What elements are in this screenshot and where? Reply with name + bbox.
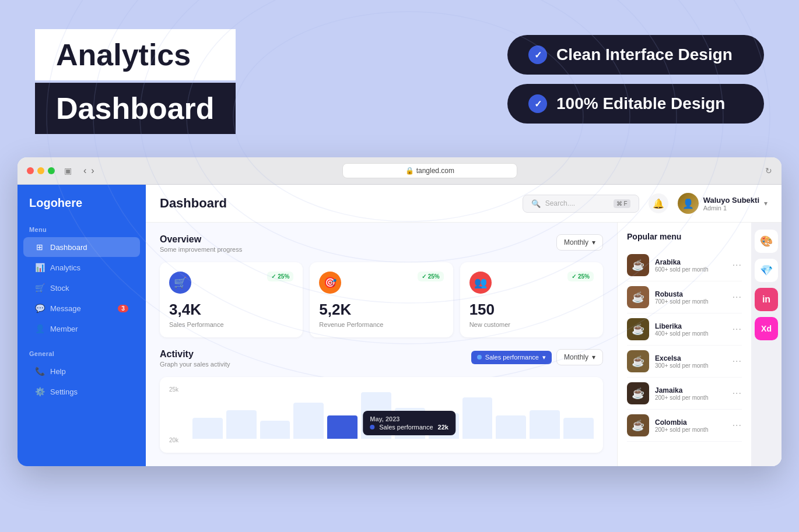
stat-card-revenue: 🎯 ✓ 25% 5,2K Revenue Performance <box>310 262 453 337</box>
menu-more-button[interactable]: ··· <box>733 260 742 270</box>
check-icon: ✓ <box>422 273 426 280</box>
sidebar-item-help[interactable]: 📞 Help <box>23 361 140 381</box>
menu-item-jamaika: ☕ Jamaika 200+ sold per month ··· <box>627 378 742 410</box>
revenue-icon: 🎯 <box>319 272 341 294</box>
menu-more-button[interactable]: ··· <box>733 388 742 399</box>
menu-thumb-excelsa: ☕ <box>627 350 649 372</box>
badge-editable: ✓ 100% Editable Design <box>507 84 764 124</box>
menu-more-button[interactable]: ··· <box>733 292 742 302</box>
browser-nav: ‹ › <box>83 165 94 176</box>
chart-bar-9 <box>496 415 526 439</box>
sales-value: 3,4K <box>169 301 293 319</box>
sales-performance-filter[interactable]: Sales performance ▾ <box>471 351 552 364</box>
badge-editable-label: 100% Editable Design <box>556 94 725 113</box>
sidebar-item-dashboard[interactable]: ⊞ Dashboard <box>23 237 140 257</box>
search-bar[interactable]: 🔍 Search.... ⌘ F <box>523 195 639 213</box>
menu-name: Jamaika <box>655 386 727 394</box>
figma-button[interactable]: 🎨 <box>755 230 778 253</box>
sidebar-item-member[interactable]: 👤 Member <box>23 319 140 339</box>
menu-info-liberika: Liberika 400+ sold per month <box>655 322 727 337</box>
invision-button[interactable]: in <box>755 288 778 311</box>
sidebar-stock-label: Stock <box>50 284 69 293</box>
bell-icon: 🔔 <box>653 198 664 209</box>
back-icon[interactable]: ‹ <box>83 165 86 176</box>
menu-more-button[interactable]: ··· <box>733 420 742 431</box>
chevron-down-icon: ▾ <box>592 238 595 246</box>
overview-title: Overview <box>160 234 242 245</box>
minimize-button[interactable] <box>37 167 44 174</box>
sketch-icon: 💎 <box>760 264 773 277</box>
chart-y-labels: 25k 20k <box>169 386 178 443</box>
sidebar-analytics-label: Analytics <box>50 263 80 272</box>
sidebar-item-stock[interactable]: 🛒 Stock <box>23 278 140 298</box>
sketch-button[interactable]: 💎 <box>755 259 778 282</box>
popular-menu-title: Popular menu <box>627 232 742 241</box>
menu-sold: 600+ sold per month <box>655 266 727 273</box>
filter-tag-label: Sales performance <box>485 354 539 361</box>
menu-name: Robusta <box>655 290 727 298</box>
activity-subtitle: Graph your sales activity <box>160 361 230 368</box>
monthly-chevron-icon: ▾ <box>592 353 595 361</box>
sidebar-toggle-icon[interactable]: ▣ <box>64 166 72 175</box>
stat-card-sales: 🛒 ✓ 25% 3,4K Sales Performance <box>160 262 303 337</box>
hero-dashboard-title: Dashboard <box>35 83 236 134</box>
hero-section: Analytics Dashboard ✓ Clean Interface De… <box>0 0 799 157</box>
notification-button[interactable]: 🔔 <box>649 193 668 213</box>
check-icon: ✓ <box>572 273 576 280</box>
menu-more-button[interactable]: ··· <box>733 324 742 334</box>
chevron-down-icon: ▾ <box>764 199 768 207</box>
menu-thumb-jamaika: ☕ <box>627 382 649 404</box>
overview-subtitle: Some improvement progress <box>160 246 242 253</box>
sidebar-item-message[interactable]: 💬 Message 3 <box>23 298 140 318</box>
forward-icon[interactable]: › <box>91 165 94 176</box>
user-profile[interactable]: 👤 Waluyo Subekti Admin 1 ▾ <box>678 193 768 214</box>
overview-header: Overview Some improvement progress Month… <box>160 234 603 253</box>
url-text: tangled.com <box>416 167 454 175</box>
chart-bar-8 <box>462 397 493 439</box>
search-shortcut: ⌘ F <box>614 199 630 208</box>
menu-name: Colombia <box>655 418 727 427</box>
sidebar-item-settings[interactable]: ⚙️ Settings <box>23 382 140 401</box>
address-bar[interactable]: 🔒 tangled.com <box>342 163 517 178</box>
chart-bar-0 <box>192 418 223 439</box>
revenue-value: 5,2K <box>319 301 443 319</box>
tooltip-label: May, 2023 <box>370 415 448 422</box>
menu-sold: 300+ sold per month <box>655 362 727 369</box>
menu-name: Liberika <box>655 322 727 330</box>
avatar: 👤 <box>678 193 699 214</box>
y-label-20k: 20k <box>169 437 178 443</box>
y-label-25k: 25k <box>169 386 178 393</box>
main-panel: Overview Some improvement progress Month… <box>146 223 617 466</box>
close-button[interactable] <box>27 167 34 174</box>
revenue-badge-value: 25% <box>428 273 440 280</box>
app-layout: Logohere Menu ⊞ Dashboard 📊 Analytics 🛒 … <box>17 185 782 466</box>
menu-more-button[interactable]: ··· <box>733 356 742 367</box>
menu-name: Arabika <box>655 258 727 266</box>
menu-item-arabika: ☕ Arabika 600+ sold per month ··· <box>627 249 742 281</box>
activity-monthly-filter[interactable]: Monthly ▾ <box>556 349 603 365</box>
customers-badge-value: 25% <box>578 273 590 280</box>
menu-item-robusta: ☕ Robusta 700+ sold per month ··· <box>627 281 742 313</box>
xd-button[interactable]: Xd <box>755 317 778 340</box>
sales-badge: ✓ 25% <box>267 272 293 281</box>
menu-sold: 200+ sold per month <box>655 427 727 433</box>
overview-filter-button[interactable]: Monthly ▾ <box>556 234 603 251</box>
menu-info-excelsa: Excelsa 300+ sold per month <box>655 354 727 369</box>
sidebar-message-label: Message <box>50 304 81 313</box>
menu-info-arabika: Arabika 600+ sold per month <box>655 258 727 273</box>
user-name: Waluyo Subekti <box>703 196 759 205</box>
check-icon-2: ✓ <box>528 94 547 113</box>
filter-chevron-icon: ▾ <box>542 354 546 361</box>
activity-section: Activity Graph your sales activity Sales… <box>160 349 603 453</box>
main-content: Dashboard 🔍 Search.... ⌘ F 🔔 👤 Waluyo Su… <box>146 185 782 466</box>
maximize-button[interactable] <box>48 167 55 174</box>
sidebar-item-analytics[interactable]: 📊 Analytics <box>23 258 140 277</box>
revenue-badge: ✓ 25% <box>418 272 444 281</box>
menu-item-excelsa: ☕ Excelsa 300+ sold per month ··· <box>627 346 742 378</box>
refresh-icon[interactable]: ↻ <box>765 166 772 175</box>
overview-title-block: Overview Some improvement progress <box>160 234 242 253</box>
activity-filters: Sales performance ▾ Monthly ▾ <box>471 349 603 365</box>
menu-thumb-arabika: ☕ <box>627 254 649 276</box>
chart-bar-10 <box>530 410 560 439</box>
settings-icon: ⚙️ <box>35 387 44 396</box>
